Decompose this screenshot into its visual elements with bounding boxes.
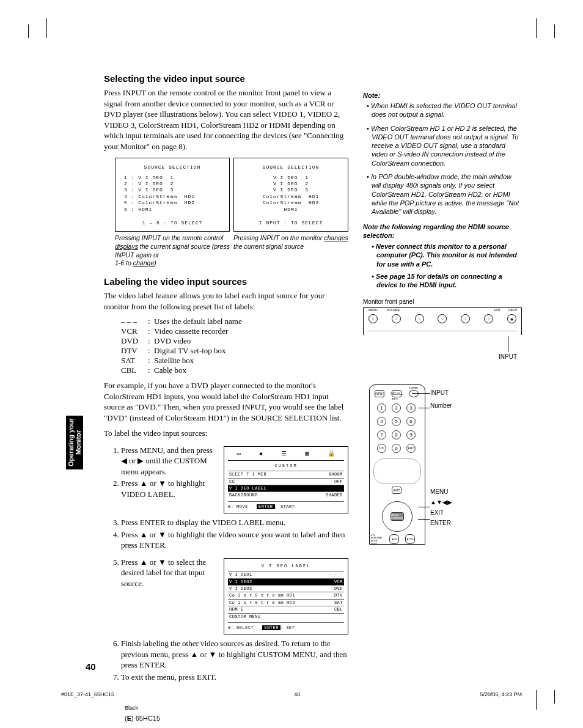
osd-video-label-menu: V I DEO LABEL V I DEO1– – – V I DEO2VCR … (224, 558, 348, 635)
input-callout: INPUT (363, 353, 517, 360)
footer-black: Black (125, 705, 138, 711)
panel-ch-down-button[interactable]: ○ (438, 314, 447, 323)
remote-input-button[interactable]: INPUT (375, 390, 384, 397)
down-arrow-icon: ▼ (158, 557, 166, 568)
footer-model: (E) 65HC15 (125, 715, 160, 722)
preset-label-list: – – –:Uses the default label name VCR:Vi… (121, 317, 348, 375)
para-labeling-intro: The video label feature allows you to la… (104, 290, 348, 312)
remote-vol-button[interactable]: ▲VOL (405, 534, 415, 544)
caption-remote: Pressing INPUT on the remote control dis… (115, 234, 230, 268)
page-number: 40 (86, 661, 96, 672)
callout-arrows: ▲▼◀▶ (430, 499, 452, 506)
down-arrow-icon: ▼ (158, 529, 166, 540)
menu-icon: ▭ (237, 450, 241, 458)
down-arrow-icon: ▼ (209, 649, 217, 660)
step-6: Finish labeling the other video sources … (121, 638, 348, 671)
remote-num-1[interactable]: 1 (377, 403, 386, 413)
crop-mark (536, 18, 537, 38)
callout-input: INPUT (430, 389, 452, 396)
remote-num-3[interactable]: 3 (406, 403, 416, 413)
caption-monitor: Pressing INPUT on the monitor changes th… (233, 234, 348, 268)
remote-num-9[interactable]: 9 (406, 430, 416, 439)
crop-mark (554, 690, 555, 704)
panel-menu-button[interactable]: ○ (369, 314, 378, 323)
up-arrow-icon: ▲ (140, 478, 148, 489)
panel-vol-up-button[interactable]: ○ (415, 314, 424, 323)
panel-exit-button[interactable]: ○ (484, 314, 493, 323)
up-arrow-icon: ▲ (190, 649, 198, 660)
footer-meta: #01E_37-41_65HC15 40 5/20/05, 4:23 PM (61, 691, 522, 697)
down-arrow-icon: ▼ (158, 478, 166, 489)
para-selecting-source: Press INPUT on the remote control or the… (104, 87, 348, 152)
right-arrow-icon: ▶ (138, 455, 144, 466)
crop-mark (554, 24, 555, 38)
note-pop: • In POP double-window mode, the main wi… (367, 172, 522, 216)
crop-mark (28, 24, 29, 38)
remote-num-5[interactable]: 5 (392, 417, 401, 426)
remote-num-4[interactable]: 4 (377, 417, 386, 426)
step-2: Press ▲ or ▼ to highlight VIDEO LABEL. (121, 478, 218, 499)
remote-illustration: INPUT RECALL POWER INFO 1 2 3 4 5 6 7 8 … (363, 384, 522, 545)
left-arrow-icon: ◀ (121, 455, 127, 466)
menu-icon: 🔒 (328, 450, 336, 458)
side-column: Note: • When HDMI is selected the VIDEO … (363, 73, 522, 687)
section-tab: Operating your Monitor (66, 416, 83, 469)
remote-num-8[interactable]: 8 (392, 430, 401, 439)
remote-num-100[interactable]: 100 (377, 444, 386, 453)
note-hdmi-heading: Note the following regarding the HDMI so… (363, 222, 522, 240)
remote-menu-button[interactable]: MENU/ (HDMENU) (391, 512, 404, 521)
para-to-label: To label the video input sources: (104, 428, 348, 439)
osd-remote-source-selection: SOURCE SELECTION 1 : V I DEO 1 2 : V I D… (115, 158, 230, 232)
step-3: Press ENTER to display the VIDEO LABEL m… (121, 517, 348, 528)
osd-monitor-source-selection: SOURCE SELECTION V I DEO 1 V I DEO 2 V I… (233, 158, 348, 232)
remote-ch-button[interactable]: ▲CH (389, 534, 399, 544)
remote-ch-vol-area (373, 458, 421, 484)
step-7: To exit the menu, press EXIT. (121, 672, 348, 683)
panel-ch-up-button[interactable]: ○ (461, 314, 470, 323)
step-5: Press ▲ or ▼ to select the desired label… (121, 557, 218, 589)
step-4: Press ▲ or ▼ to highlight the video sour… (121, 529, 348, 551)
remote-num-2[interactable]: 2 (392, 403, 401, 413)
remote-power-button[interactable] (409, 390, 419, 397)
footer-date: 5/20/05, 4:23 PM (480, 691, 522, 697)
menu-icon: ✹ (259, 450, 263, 458)
crop-mark (536, 690, 537, 710)
heading-labeling: Labeling the video input sources (104, 276, 348, 287)
callout-number: Number (430, 402, 452, 409)
note-hdmi: • When HDMI is selected the VIDEO OUT te… (367, 101, 522, 119)
note-no-pc: • Never connect this monitor to a person… (372, 242, 522, 268)
callout-enter: ENTER (430, 520, 452, 526)
monitor-front-panel: MENU VOLUME EXIT INPUT ○ ○ ○ ○ ○ ○ ◉ (363, 307, 522, 335)
menu-icon: ☰ (281, 450, 287, 458)
callout-menu: MENU (430, 488, 452, 495)
panel-vol-down-button[interactable]: ○ (392, 314, 401, 323)
crop-mark (46, 18, 47, 38)
footer-file: #01E_37-41_65HC15 (61, 691, 114, 697)
step-1: Press MENU, and then press ◀ or ▶ until … (121, 445, 218, 477)
footer-page: 40 (294, 691, 300, 697)
note-colorstream: • When ColorStream HD 1 or HD 2 is selec… (367, 124, 522, 167)
panel-input-button[interactable]: ◉ (507, 314, 516, 323)
remote-num-7[interactable]: 7 (377, 430, 386, 439)
remote-num-6[interactable]: 6 (406, 417, 416, 426)
heading-selecting-source: Selecting the video input source (104, 73, 348, 84)
para-example: For example, if you have a DVD player co… (104, 380, 348, 423)
up-arrow-icon: ▲ (140, 529, 148, 540)
page: Selecting the video input source Press I… (0, 0, 583, 728)
remote-ent-button[interactable]: ENT (406, 444, 416, 453)
main-column: Selecting the video input source Press I… (104, 73, 348, 687)
osd-custom-menu: ▭ ✹ ☰ ▦ 🔒 CUSTOM SLEEP T I MER0H00M CCOF… (224, 446, 348, 513)
note-see-page-15: • See page 15 for details on connecting … (372, 272, 522, 290)
callout-exit: EXIT (430, 509, 452, 516)
menu-icon: ▦ (305, 450, 309, 458)
front-panel-label: Monitor front panel (363, 298, 522, 305)
up-arrow-icon: ▲ (140, 557, 148, 568)
remote-recall-button[interactable]: RECALL (392, 390, 402, 397)
remote-exit-button[interactable]: EXIT (392, 487, 402, 494)
remote-num-0[interactable]: 0 (392, 444, 401, 453)
note-heading: Note: (363, 92, 522, 99)
